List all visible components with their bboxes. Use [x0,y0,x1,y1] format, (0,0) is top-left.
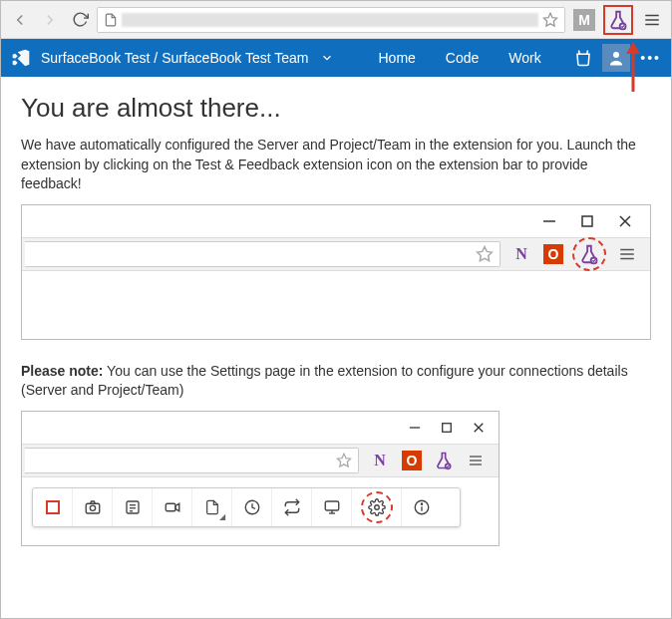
forward-button [37,7,63,33]
flask-icon-callout [572,237,606,271]
screenshot-extension-icon: N O [21,204,651,340]
settings-gear-callout [352,488,402,526]
camera-icon [73,488,113,526]
monitor-icon [312,488,352,526]
loop-icon [272,488,312,526]
maximize-icon [441,422,453,434]
intro-paragraph: We have automatically configured the Ser… [21,136,651,194]
shop-icon[interactable] [574,49,592,67]
note-paragraph: Please note: You can use the Settings pa… [21,362,651,401]
clock-icon [232,488,272,526]
nav-code[interactable]: Code [436,50,489,66]
note-label: Please note: [21,363,103,379]
screenshot-address-bar [25,241,501,267]
nav-work[interactable]: Work [499,50,550,66]
document-icon: ◢ [192,488,232,526]
onenote-icon: N [510,243,532,265]
tfs-nav-bar: SurfaceBook Test / SurfaceBook Test Team… [1,39,671,77]
office-icon: O [542,243,564,265]
svg-rect-9 [582,216,592,226]
minimize-icon [542,214,556,228]
page-icon [104,13,118,27]
back-button[interactable] [7,7,33,33]
extension-m-icon[interactable]: M [571,7,597,33]
office-icon: O [401,450,423,471]
svg-point-38 [374,505,379,510]
browser-menu-icon[interactable] [639,7,665,33]
url-text [122,13,538,27]
minimize-icon [409,422,421,434]
info-icon [402,488,442,526]
svg-marker-21 [337,454,350,466]
address-bar[interactable] [97,7,565,33]
hamburger-icon [616,243,638,265]
bookmark-star-icon[interactable] [542,12,558,28]
svg-point-27 [90,505,95,510]
svg-rect-32 [166,503,175,511]
svg-point-7 [613,52,619,58]
flask-icon [433,450,455,471]
svg-rect-35 [325,501,339,510]
nav-home[interactable]: Home [368,50,425,66]
screenshot-address-bar [25,448,359,473]
video-icon [153,488,192,526]
svg-point-41 [421,503,422,504]
callout-arrow-icon [622,42,644,92]
svg-marker-6 [626,42,640,54]
feedback-toolbar: ◢ [32,487,461,527]
record-button [33,488,73,526]
close-icon [618,214,632,228]
maximize-icon [580,214,594,228]
chevron-down-icon[interactable] [320,51,334,65]
vs-logo-icon [11,48,31,68]
close-icon [473,422,485,434]
star-icon [336,453,352,468]
svg-marker-0 [543,13,556,26]
star-icon [476,245,494,263]
page-content: You are almost there... We have automati… [1,77,671,584]
test-feedback-extension-icon[interactable] [603,5,633,35]
screenshot-settings: N O ◢ [21,411,500,546]
page-heading: You are almost there... [21,93,651,124]
note-text: You can use the Settings page in the ext… [21,363,628,399]
hamburger-icon [465,450,487,471]
svg-rect-18 [443,424,452,433]
reload-button[interactable] [67,7,93,33]
svg-marker-12 [478,246,493,260]
onenote-icon: N [369,450,391,471]
browser-toolbar: M [1,1,671,39]
project-breadcrumb[interactable]: SurfaceBook Test / SurfaceBook Test Team [41,50,308,66]
note-icon [113,488,153,526]
